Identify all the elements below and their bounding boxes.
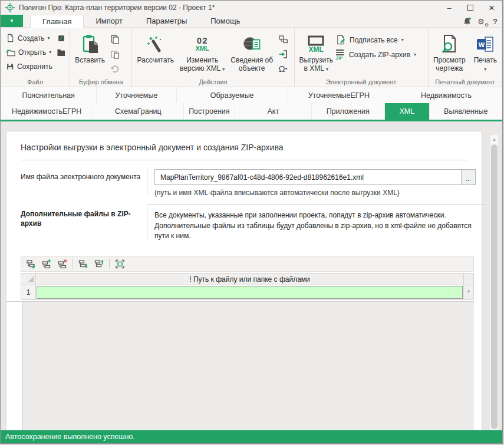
notifications-bell-icon[interactable] [463,17,472,26]
settings-card: Настройки выгрузки в электронный докумен… [6,131,482,430]
tab-postroeniya[interactable]: Построения [184,103,236,120]
recent-folder-icon[interactable] [57,48,65,56]
change-version-dropdown-icon: ▾ [222,67,225,72]
tab-nedvizhimost[interactable]: Недвижимость [390,87,502,103]
linked-boxes-icon [278,35,288,44]
zip-archive-icon: ZIP [336,49,345,60]
help-icon[interactable]: ? [493,17,498,26]
change-xml-version-button[interactable]: 02 XML Изменить версию XML ▾ [177,30,228,77]
menu-tab-help[interactable]: Помощь [199,15,252,27]
view-drawing-button[interactable]: Просмотр чертежа [430,30,469,77]
ribbon-group-file: Создать ▾ Открыть ▾ [1,28,70,87]
tab-obrazuemye[interactable]: Образуемые [177,87,288,103]
grid-column-header[interactable]: ! Путь к файлу или папке с файлами [36,273,464,285]
tab-poyasnitelnaya[interactable]: Пояснительная [1,87,97,103]
app-window: Полигон Про: Карта-план территории верси… [0,0,503,444]
menu-tabs: Главная Импорт Параметры Помощь [30,15,252,27]
print-dropdown-icon: ▾ [484,67,486,72]
scrollbar-thumb[interactable] [491,144,498,429]
insert-row-button[interactable] [39,258,54,271]
grid-row-header[interactable]: 1 [21,285,36,300]
filename-hint: (путь и имя XML-файла вписываются автома… [154,189,476,197]
grid-scroll-corner [464,273,474,285]
tab-xml[interactable]: XML [385,103,430,120]
close-button[interactable]: ✕ [481,1,502,15]
calculate-button[interactable]: Рассчитать [134,30,177,77]
app-logo-icon [5,3,15,12]
status-bar: Автосохранение выполнено успешно. [1,430,502,443]
page-title: Настройки выгрузки в электронный докумен… [6,131,482,160]
export-xml-button[interactable]: XML Выгрузить в XML ▾ [297,30,337,77]
open-button[interactable]: Открыть ▾ [6,46,65,58]
tab-prilozheniya[interactable]: Приложения [312,103,385,120]
new-from-template-icon[interactable] [57,34,65,42]
paste-special-button[interactable] [108,48,122,60]
delete-row-button[interactable] [55,258,70,271]
maximize-icon [467,5,473,11]
menu-tab-parameters[interactable]: Параметры [134,15,199,27]
tab-nedvizhimost-egrn[interactable]: НедвижимостьЕГРН [1,103,93,120]
tab-vyyavlennye[interactable]: Выявленные [430,103,502,120]
add-row-button[interactable] [24,258,38,271]
minimize-button[interactable]: – [439,1,460,15]
object-info-button[interactable]: Сведения об объекте [228,30,276,77]
tab-utochnyaemye[interactable]: Уточняемые [97,87,176,103]
import-data-button[interactable] [276,48,290,60]
grid-scrollbar[interactable]: ▲ [464,285,474,300]
create-button[interactable]: Создать ▾ [6,32,65,44]
zip-files-description: Все документы, указанные при заполнении … [154,210,485,242]
move-row-up-button[interactable] [92,258,106,271]
print-button[interactable]: W Печать ▾ [471,30,500,77]
ribbon-group-pdoc: Просмотр чертежа W Печать ▾ Печатный док… [429,28,502,87]
files-table-section: ! Путь к файлу или папке с файлами 1 ▲ [6,256,482,430]
window-title: Полигон Про: Карта-план территории верси… [19,4,215,12]
open-dropdown-icon: ▾ [49,50,51,55]
tab-shema-granic[interactable]: СхемаГраниц [93,103,183,120]
linked-objects-button[interactable] [276,33,290,45]
new-document-icon [6,34,15,42]
page-scrollbar[interactable]: ▲ [490,135,498,430]
ribbon-group-actions: Рассчитать 02 XML Изменить версию XML ▾ [132,28,294,87]
sign-all-button[interactable]: Подписать все ▾ [336,35,416,45]
save-button[interactable]: Сохранить [6,60,65,72]
undo-button[interactable] [108,62,122,75]
menu-tab-home[interactable]: Главная [30,15,84,28]
export-xml-dropdown-icon: ▾ [326,67,328,72]
filename-input[interactable] [154,169,462,185]
paste-button[interactable]: Вставить [72,30,108,77]
app-menu-button[interactable]: ▼ [1,15,23,27]
word-document-icon: W [476,35,495,53]
drawing-preview-icon [440,34,459,54]
grid-cell-path[interactable] [37,286,463,299]
ribbon: Создать ▾ Открыть ▾ [1,28,502,87]
magic-wand-icon [147,35,164,53]
save-floppy-icon [6,62,14,71]
grid-scroll-up-icon: ▲ [466,288,471,294]
expand-table-button[interactable] [113,258,127,271]
filename-label: Имя файла электронного документа [21,168,147,197]
minimize-icon: – [447,4,451,12]
group-label-pdoc: Печатный документ [429,78,502,85]
browse-button[interactable]: ... [462,169,476,185]
paste-special-icon [110,50,120,59]
files-grid: ! Путь к файлу или папке с файлами 1 ▲ [21,273,474,300]
symbols-omega-button[interactable]: Ω ▾ [276,62,290,75]
settings-gear-small-icon: ⚙ [485,22,489,28]
copy-button[interactable] [108,33,122,45]
filename-row: Имя файла электронного документа ... (пу… [21,168,467,197]
insert-row-icon [41,259,52,269]
grid-select-all-corner[interactable] [21,273,36,285]
toolbar-separator [109,259,110,269]
menu-tab-import[interactable]: Импорт [84,15,134,27]
toolbar-separator [73,259,73,269]
create-zip-button[interactable]: ZIP Создать ZIP-архив ▾ [336,49,416,60]
maximize-button[interactable] [460,1,481,15]
zip-files-row: Дополнительные файлы в ZIP-архив Все док… [21,205,467,242]
titlebar-quick-icons: ⚙ ⚙ ? [463,15,498,27]
copy-icon [110,35,120,44]
tab-utochnyaemye-egrn[interactable]: УточняемыеЕГРН [288,87,390,103]
titlebar: Полигон Про: Карта-план территории верси… [1,1,502,15]
tab-akt[interactable]: Акт [235,103,311,120]
move-row-down-button[interactable] [76,258,90,271]
settings-gear-icon[interactable]: ⚙ ⚙ [477,17,487,26]
